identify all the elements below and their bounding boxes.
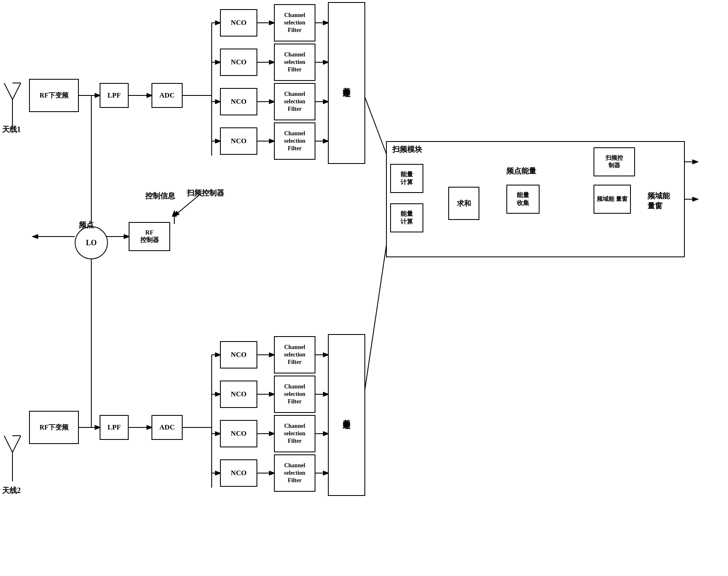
csf2-label: ChannelselectionFilter <box>284 51 305 74</box>
freq-domain-window: 频域能 量窗 <box>594 185 631 214</box>
csf8: ChannelselectionFilter <box>274 454 315 492</box>
lo-circle: LO <box>75 226 108 259</box>
svg-line-2 <box>12 83 21 100</box>
lpf2-label: LPF <box>107 423 121 432</box>
nco4: NCO <box>220 127 257 155</box>
energy-collect: 能量收集 <box>506 185 540 214</box>
lpf1: LPF <box>100 83 129 108</box>
rf-down2-label: RF下变频 <box>39 423 68 432</box>
nco1-label: NCO <box>231 19 247 27</box>
adc2-label: ADC <box>159 423 175 432</box>
baseband1-box: 基带处理 <box>328 2 365 164</box>
freq-energy-label: 频点能量 <box>506 166 536 176</box>
csf4: ChannelselectionFilter <box>274 122 315 160</box>
lpf2: LPF <box>100 415 129 440</box>
rf-downconverter1: RF下变频 <box>29 79 79 112</box>
nco3-label: NCO <box>231 98 247 106</box>
csf4-label: ChannelselectionFilter <box>284 130 305 153</box>
energy-collect-label: 能量收集 <box>517 191 529 207</box>
antenna2-label: 天线2 <box>2 486 21 495</box>
adc2: ADC <box>151 415 183 440</box>
freq-domain-output-label: 频域能量窗 <box>647 191 670 211</box>
adc1: ADC <box>151 83 183 108</box>
svg-line-6 <box>12 436 21 452</box>
antenna1-label: 天线1 <box>2 124 21 134</box>
svg-line-1 <box>4 83 12 100</box>
frequency-label: 频点 <box>79 220 94 230</box>
nco5-label: NCO <box>231 351 247 359</box>
nco3: NCO <box>220 88 257 115</box>
csf6-label: ChannelselectionFilter <box>284 383 305 406</box>
control-info-label: 控制信息 <box>145 191 175 201</box>
freq-domain-window-label: 频域能 量窗 <box>597 195 628 203</box>
csf5: ChannelselectionFilter <box>274 336 315 373</box>
rf-controller: RF控制器 <box>129 222 170 251</box>
sum-label: 求和 <box>457 199 471 208</box>
nco8-label: NCO <box>231 469 247 477</box>
nco2: NCO <box>220 49 257 76</box>
csf3: ChannelselectionFilter <box>274 83 315 120</box>
svg-line-55 <box>174 195 199 216</box>
csf6: ChannelselectionFilter <box>274 376 315 413</box>
nco6: NCO <box>220 381 257 408</box>
nco2-label: NCO <box>231 58 247 66</box>
rf-down1-label: RF下变频 <box>39 91 68 100</box>
baseband2-box: 基带处理 <box>328 334 365 496</box>
csf7-label: ChannelselectionFilter <box>284 422 305 445</box>
rf-controller-label: RF控制器 <box>140 229 159 244</box>
baseband2-label: 基带处理 <box>342 413 352 417</box>
nco7-label: NCO <box>231 430 247 438</box>
csf5-label: ChannelselectionFilter <box>284 344 305 366</box>
nco8: NCO <box>220 459 257 487</box>
sweep-module-label: 扫频模块 <box>392 144 422 154</box>
energy-calc1: 能量计算 <box>390 164 423 193</box>
energy-calc2: 能量计算 <box>390 203 423 232</box>
energy-calc1-label: 能量计算 <box>401 171 413 187</box>
sweep-controller-label: 扫频控制器 <box>187 188 224 198</box>
csf3-label: ChannelselectionFilter <box>284 90 305 113</box>
sweep-controller2-label: 扫频控制器 <box>606 154 623 169</box>
csf1: ChannelselectionFilter <box>274 4 315 41</box>
nco4-label: NCO <box>231 137 247 145</box>
csf8-label: ChannelselectionFilter <box>284 462 305 485</box>
nco1: NCO <box>220 9 257 37</box>
svg-line-5 <box>4 436 12 452</box>
csf1-label: ChannelselectionFilter <box>284 12 305 34</box>
sum-block: 求和 <box>448 187 479 220</box>
nco7: NCO <box>220 420 257 447</box>
energy-calc2-label: 能量计算 <box>401 210 413 226</box>
lo-label: LO <box>86 239 97 247</box>
lpf1-label: LPF <box>107 91 121 100</box>
sweep-controller2: 扫频控制器 <box>594 147 635 176</box>
csf2: ChannelselectionFilter <box>274 44 315 81</box>
nco6-label: NCO <box>231 390 247 398</box>
csf7: ChannelselectionFilter <box>274 415 315 452</box>
adc1-label: ADC <box>159 91 175 100</box>
nco5: NCO <box>220 341 257 369</box>
rf-downconverter2: RF下变频 <box>29 411 79 444</box>
baseband1-label: 基带处理 <box>342 81 352 85</box>
